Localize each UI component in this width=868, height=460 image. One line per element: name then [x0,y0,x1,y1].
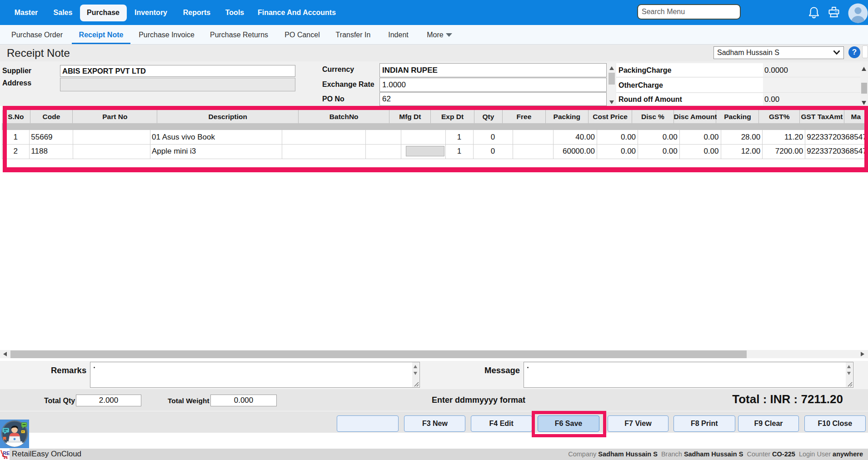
svg-text:RE: RE [3,450,10,456]
